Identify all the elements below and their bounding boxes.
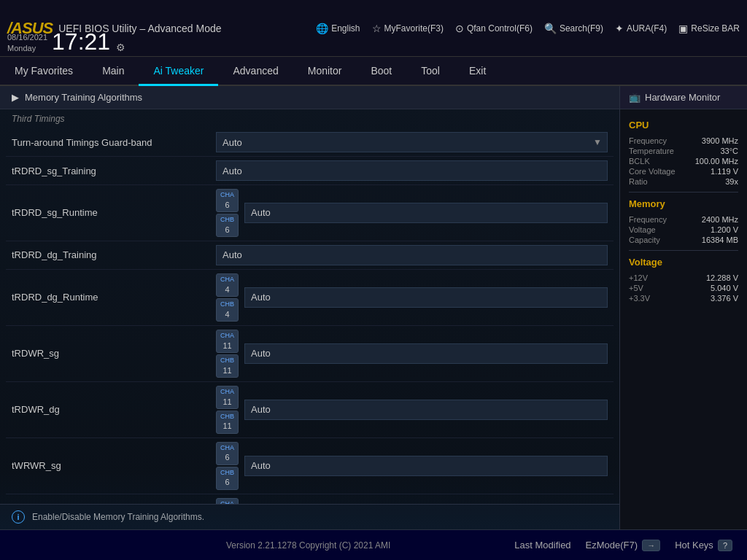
cpu-memory-divider xyxy=(629,192,738,192)
volt-12v-key: +12V xyxy=(629,273,648,282)
trdwr-sg-input[interactable] xyxy=(244,343,608,364)
trdrd-dg-runtime-input[interactable] xyxy=(244,287,608,308)
cpu-bclk-val: 100.00 MHz xyxy=(695,157,738,166)
setting-row-twrwr-sg: tWRWR_sg CHA 6 CHB 6 xyxy=(6,438,614,494)
hot-keys-button[interactable]: Hot Keys ? xyxy=(675,540,732,551)
mem-voltage-val: 1.200 V xyxy=(711,225,738,234)
nav-main[interactable]: Main xyxy=(88,57,139,86)
datetime-area: 08/16/2021 Monday 17:21 ⚙ xyxy=(7,30,125,53)
nav-my-favorites[interactable]: My Favorites xyxy=(0,57,88,86)
nav-advanced[interactable]: Advanced xyxy=(218,57,293,86)
setting-row-trdwr-dg: tRDWR_dg CHA 11 CHB 11 xyxy=(6,382,614,438)
last-modified-button[interactable]: Last Modified xyxy=(514,540,570,551)
hw-monitor-title: 📺 Hardware Monitor xyxy=(620,86,747,109)
setting-control-trdrd-sg-runtime[interactable] xyxy=(244,203,608,223)
cpu-frequency-val: 3900 MHz xyxy=(702,136,738,145)
mem-frequency-val: 2400 MHz xyxy=(702,215,738,224)
setting-label-trdrd-dg-training: tRDRD_dg_Training xyxy=(12,249,216,260)
qfan-control-toolbar[interactable]: ⊙ Qfan Control(F6) xyxy=(455,23,533,34)
ez-mode-icon: → xyxy=(642,540,660,551)
resize-label: ReSize BAR xyxy=(691,23,740,34)
resize-bar-toolbar[interactable]: ▣ ReSize BAR xyxy=(678,23,740,34)
volt-5v-key: +5V xyxy=(629,284,643,292)
cha-badge-twrwr-dg: CHA 4 xyxy=(216,498,239,504)
mem-capacity-row: Capacity 16384 MB xyxy=(629,236,738,244)
chb-badge-twrwr-sg: CHB 6 xyxy=(216,467,239,490)
ez-mode-label: EzMode(F7) xyxy=(586,540,638,551)
mem-voltage-row: Voltage 1.200 V xyxy=(629,225,738,234)
cpu-ratio-key: Ratio xyxy=(629,177,648,186)
turnaround-select[interactable]: Auto xyxy=(216,132,608,152)
star-icon: ☆ xyxy=(372,23,382,34)
cha-badge-twrwr-sg: CHA 6 xyxy=(216,442,239,465)
setting-label-twrwr-sg: tWRWR_sg xyxy=(12,460,216,471)
info-icon: i xyxy=(12,510,25,524)
version-text: Version 2.21.1278 Copyright (C) 2021 AMI xyxy=(102,540,514,551)
trdrd-dg-training-input[interactable] xyxy=(216,245,608,265)
info-text: Enable/Disable Memory Training Algorithm… xyxy=(32,512,204,522)
aura-icon: ✦ xyxy=(615,23,624,34)
content-area: ▶ Memory Training Algorithms Third Timin… xyxy=(0,86,619,529)
last-modified-label: Last Modified xyxy=(514,540,570,551)
cpu-temperature-row: Temperature 33°C xyxy=(629,147,738,155)
setting-label-trdwr-dg: tRDWR_dg xyxy=(12,404,216,415)
channel-badges-twrwr-dg: CHA 4 CHB 4 xyxy=(216,498,239,504)
language-selector[interactable]: 🌐 English xyxy=(316,23,360,34)
my-favorites-toolbar[interactable]: ☆ MyFavorite(F3) xyxy=(372,23,444,34)
hw-monitor-content: CPU Frequency 3900 MHz Temperature 33°C … xyxy=(620,109,747,529)
main-layout: ▶ Memory Training Algorithms Third Timin… xyxy=(0,86,747,529)
cpu-frequency-key: Frequency xyxy=(629,136,667,145)
nav-tool[interactable]: Tool xyxy=(406,57,454,86)
setting-control-trdrd-sg-training[interactable] xyxy=(216,160,608,181)
setting-control-trdwr-sg[interactable] xyxy=(244,343,608,364)
nav-monitor[interactable]: Monitor xyxy=(293,57,357,86)
search-toolbar[interactable]: 🔍 Search(F9) xyxy=(544,23,603,34)
setting-control-turnaround[interactable]: Auto ▼ xyxy=(216,132,608,152)
trdrd-sg-runtime-input[interactable] xyxy=(244,203,608,223)
top-bar: /ASUS UEFI BIOS Utility – Advanced Mode … xyxy=(0,0,747,57)
ez-mode-button[interactable]: EzMode(F7) → xyxy=(586,540,661,551)
monitor-icon: 📺 xyxy=(629,92,640,103)
twrwr-sg-input[interactable] xyxy=(244,456,608,476)
setting-control-trdrd-dg-training[interactable] xyxy=(216,245,608,265)
nav-ai-tweaker[interactable]: Ai Tweaker xyxy=(139,57,218,86)
nav-exit[interactable]: Exit xyxy=(454,57,500,86)
breadcrumb-label: Memory Training Algorithms xyxy=(25,92,142,103)
cpu-corevoltage-val: 1.119 V xyxy=(711,167,738,176)
volt-33v-row: +3.3V 3.376 V xyxy=(629,294,738,303)
cha-badge-trdwr-dg: CHA 11 xyxy=(216,386,239,409)
cpu-temperature-key: Temperature xyxy=(629,147,674,155)
qfan-label: Qfan Control(F6) xyxy=(467,23,533,34)
mem-frequency-row: Frequency 2400 MHz xyxy=(629,215,738,224)
voltage-section-title: Voltage xyxy=(629,257,738,268)
volt-5v-val: 5.040 V xyxy=(711,284,738,292)
setting-control-twrwr-sg[interactable] xyxy=(244,456,608,476)
cpu-bclk-key: BCLK xyxy=(629,157,650,166)
trdwr-dg-input[interactable] xyxy=(244,400,608,420)
breadcrumb-arrow: ▶ xyxy=(12,92,19,103)
fan-icon: ⊙ xyxy=(455,23,464,34)
chb-badge: CHB 6 xyxy=(216,214,239,237)
cpu-section-title: CPU xyxy=(629,120,738,131)
cha-badge-dg: CHA 4 xyxy=(216,273,239,297)
trdrd-sg-training-input[interactable] xyxy=(216,160,608,181)
hot-keys-label: Hot Keys xyxy=(675,540,713,551)
globe-icon: 🌐 xyxy=(316,23,328,34)
setting-control-trdwr-dg[interactable] xyxy=(244,400,608,420)
volt-5v-row: +5V 5.040 V xyxy=(629,284,738,292)
aura-toolbar[interactable]: ✦ AURA(F4) xyxy=(615,23,667,34)
channel-badges-trdrd-sg-runtime: CHA 6 CHB 6 xyxy=(216,189,239,237)
myfavorite-label: MyFavorite(F3) xyxy=(384,23,444,34)
setting-row-trdwr-sg: tRDWR_sg CHA 11 CHB 11 xyxy=(6,326,614,382)
setting-control-trdrd-dg-runtime[interactable] xyxy=(244,287,608,308)
setting-row-turnaround: Turn-around Timings Guard-band Auto ▼ xyxy=(6,128,614,157)
settings-gear-icon[interactable]: ⚙ xyxy=(116,42,125,53)
setting-row-trdrd-dg-runtime: tRDRD_dg_Runtime CHA 4 CHB 4 xyxy=(6,270,614,326)
nav-bar: My Favorites Main Ai Tweaker Advanced Mo… xyxy=(0,57,747,86)
channel-badges-trdwr-sg: CHA 11 CHB 11 xyxy=(216,330,239,378)
chb-badge-trdwr-sg: CHB 11 xyxy=(216,354,239,378)
chb-badge-trdwr-dg: CHB 11 xyxy=(216,411,239,434)
nav-boot[interactable]: Boot xyxy=(356,57,406,86)
info-bar: i Enable/Disable Memory Training Algorit… xyxy=(0,504,619,529)
chb-badge-dg: CHB 4 xyxy=(216,298,239,322)
